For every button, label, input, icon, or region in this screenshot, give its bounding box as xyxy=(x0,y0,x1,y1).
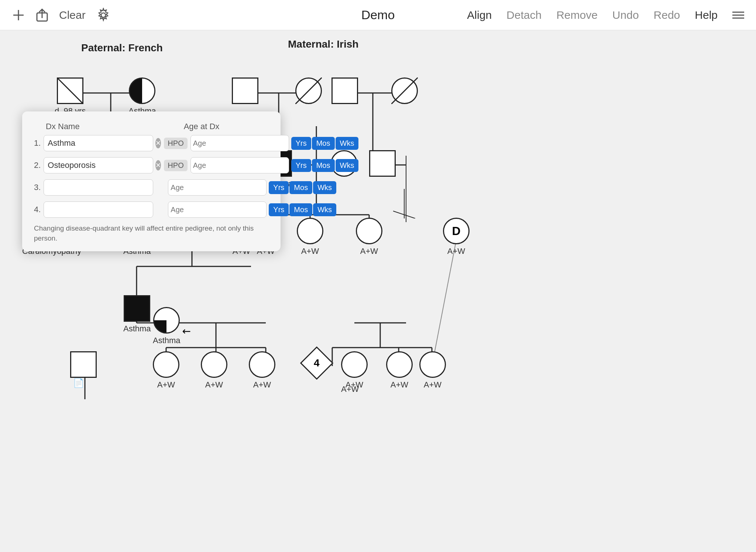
settings-button[interactable] xyxy=(96,8,111,23)
note-icon: 📄 xyxy=(73,378,84,388)
dx-time-1: Yrs Mos Wks xyxy=(291,137,359,150)
menu-button[interactable] xyxy=(732,11,744,20)
proband-label: Asthma xyxy=(153,336,181,345)
remove-button[interactable]: Remove xyxy=(556,9,598,21)
mat-cousin3[interactable]: A+W xyxy=(419,351,446,390)
child1[interactable]: A+W xyxy=(153,351,179,390)
add-button[interactable] xyxy=(12,8,25,22)
dx-age-1[interactable] xyxy=(190,135,289,151)
diagnosis-popup: Dx Name Age at Dx 1. ✕ HPO Yrs Mos Wks 2… xyxy=(22,111,281,251)
mat-gf2[interactable] xyxy=(331,77,358,104)
mat-cousin2[interactable]: A+W xyxy=(386,351,413,390)
popup-age-header: Age at Dx xyxy=(134,122,269,131)
clear-button[interactable]: Clear xyxy=(59,9,86,21)
dx-mos-1[interactable]: Mos xyxy=(312,137,335,150)
share-button[interactable] xyxy=(35,8,49,23)
dx-row-1: 1. ✕ HPO Yrs Mos Wks xyxy=(34,135,269,151)
dx-yrs-3[interactable]: Yrs xyxy=(269,181,289,194)
dx-input-3[interactable] xyxy=(44,179,153,196)
dx-age-4[interactable] xyxy=(168,201,267,218)
dx-mos-4[interactable]: Mos xyxy=(289,203,312,216)
dx-mos-3[interactable]: Mos xyxy=(289,181,312,194)
detach-button[interactable]: Detach xyxy=(506,9,542,21)
dx-wks-4[interactable]: Wks xyxy=(313,203,336,216)
dx-input-1[interactable] xyxy=(44,135,153,151)
page-title: Demo xyxy=(361,8,395,22)
undo-button[interactable]: Undo xyxy=(612,9,639,21)
dx-wks-2[interactable]: Wks xyxy=(336,159,359,172)
dx-age-2[interactable] xyxy=(190,157,289,173)
dx-clear-1[interactable]: ✕ xyxy=(155,138,161,148)
dx-row-2: 2. ✕ HPO Yrs Mos Wks xyxy=(34,157,269,173)
dx-age-3[interactable] xyxy=(168,179,267,196)
proband-partner[interactable]: Asthma xyxy=(123,295,151,334)
dx-wks-3[interactable]: Wks xyxy=(313,181,336,194)
pedigree-canvas: Paternal: French Maternal: Irish d. 98 y… xyxy=(0,30,756,552)
dx-yrs-1[interactable]: Yrs xyxy=(291,137,311,150)
mat-sib3[interactable]: A+W xyxy=(356,218,382,256)
dx-row-2-num: 2. xyxy=(34,161,41,170)
mat-sib2[interactable]: A+W xyxy=(297,218,323,256)
d-symbol[interactable]: D A+W xyxy=(443,218,470,256)
dx-clear-2[interactable]: ✕ xyxy=(155,160,161,170)
dx-time-2: Yrs Mos Wks xyxy=(291,159,359,172)
dx-row-4-num: 4. xyxy=(34,205,41,214)
mat-cousin-group-label: A+W xyxy=(341,384,359,394)
toolbar: Clear Demo Align Detach Remove Undo Redo… xyxy=(0,0,756,30)
help-button[interactable]: Help xyxy=(695,9,718,21)
bottom-left-child[interactable]: 📄 xyxy=(70,351,97,378)
dx-hpo-2[interactable]: HPO xyxy=(164,160,187,171)
child3[interactable]: A+W xyxy=(249,351,275,390)
mat-gf1[interactable] xyxy=(232,77,258,104)
maternal-label: Maternal: Irish xyxy=(288,38,358,50)
mat-cousin1[interactable]: A+W xyxy=(341,351,368,390)
mat-uncle[interactable] xyxy=(369,150,396,177)
dx-yrs-4[interactable]: Yrs xyxy=(269,203,289,216)
svg-point-4 xyxy=(101,13,106,17)
svg-line-51 xyxy=(295,77,322,104)
mat-gm1[interactable] xyxy=(295,77,322,104)
popup-dxname-header: Dx Name xyxy=(46,122,134,131)
diamond-4[interactable]: 4 xyxy=(305,351,329,375)
svg-line-52 xyxy=(391,77,418,104)
dx-row-4: 4. Yrs Mos Wks xyxy=(34,201,269,218)
redo-button[interactable]: Redo xyxy=(654,9,680,21)
mat-gm2[interactable] xyxy=(391,77,418,104)
svg-line-50 xyxy=(57,77,83,104)
popup-headers: Dx Name Age at Dx xyxy=(34,122,269,131)
paternal-label: Paternal: French xyxy=(81,42,163,54)
dx-row-3-num: 3. xyxy=(34,183,41,192)
dx-wks-1[interactable]: Wks xyxy=(336,137,359,150)
dx-row-3: 3. Yrs Mos Wks xyxy=(34,179,269,196)
dx-input-2[interactable] xyxy=(44,157,153,173)
popup-note: Changing disease-quadrant key will affec… xyxy=(34,224,269,243)
paternal-gm[interactable]: Asthma xyxy=(128,77,156,116)
proband[interactable]: ↙ Asthma xyxy=(153,307,181,345)
dx-time-4: Yrs Mos Wks xyxy=(269,203,336,216)
dx-mos-2[interactable]: Mos xyxy=(312,159,335,172)
dx-time-3: Yrs Mos Wks xyxy=(269,181,336,194)
dx-input-4[interactable] xyxy=(44,201,153,218)
dx-row-1-num: 1. xyxy=(34,138,41,148)
dx-yrs-2[interactable]: Yrs xyxy=(291,159,311,172)
paternal-gf[interactable]: d. 98 yrs xyxy=(55,77,86,116)
dx-hpo-1[interactable]: HPO xyxy=(164,138,187,149)
align-button[interactable]: Align xyxy=(467,9,492,21)
child2[interactable]: A+W xyxy=(201,351,227,390)
